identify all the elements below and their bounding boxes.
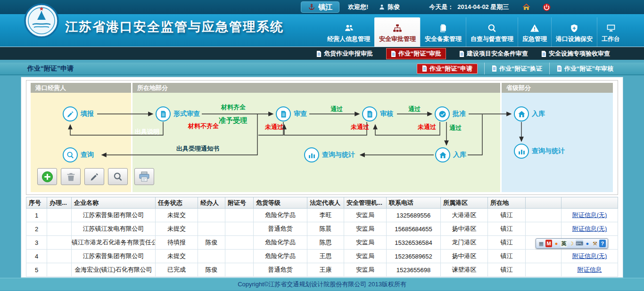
nav-tab-operator-info[interactable]: 经营人信息管理 xyxy=(323,17,374,47)
column-header: 任务状态 xyxy=(156,197,198,209)
city-label: 镇江 xyxy=(318,3,332,12)
table-cell: 4 xyxy=(26,250,47,263)
nav-tab-facility-security[interactable]: 港口设施保安 xyxy=(551,17,597,47)
mode-dot-icon[interactable]: ● xyxy=(553,240,560,247)
lang-english-icon[interactable]: 英 xyxy=(561,240,567,247)
ime-logo-icon[interactable]: M xyxy=(545,240,552,247)
table-cell: 镇江 xyxy=(488,236,526,250)
flow-node-approve: 批准 xyxy=(435,106,466,121)
table-cell: 大港港区 xyxy=(441,209,488,222)
table-cell: 附证信息(无) xyxy=(561,209,618,222)
subnav-item-facility-acceptance[interactable]: 安全设施专项验收审查 xyxy=(541,49,610,58)
table-row[interactable]: 4江苏索普集团有限公司未提交危险化学品王思安监局15236589652扬中港区镇… xyxy=(26,250,618,263)
table-cell: 王康 xyxy=(307,263,344,277)
nav-tab-workbench[interactable]: 工作台 xyxy=(597,17,624,47)
column-header: 法定代表人 xyxy=(307,197,344,209)
fuzheng-info-link[interactable]: 附证信息(无) xyxy=(572,252,607,259)
table-row[interactable]: 5金海宏业(镇江)石化有限公司已完成陈俊普通危货王康安监局1523655698谏… xyxy=(26,263,618,277)
header: 江苏省港口安全监管与应急管理系统 经营人信息管理 安全审批管理 安全备案管理 自… xyxy=(0,14,644,47)
page-tab-fuzheng-apply[interactable]: 作业“附证”申请 xyxy=(417,64,478,74)
flow-label-fail-3: 未通过 xyxy=(418,123,436,131)
home-button[interactable] xyxy=(522,3,531,11)
column-header: 危货等级 xyxy=(254,197,307,209)
nav-tab-safety-approval[interactable]: 安全审批管理 xyxy=(374,17,420,47)
column-header: 企业名称 xyxy=(72,197,156,209)
sitemap-icon xyxy=(393,24,402,33)
app-logo xyxy=(24,3,59,39)
search-button[interactable] xyxy=(108,168,128,185)
table-cell: 15326536584 xyxy=(387,236,441,250)
half-moon-icon[interactable]: ☽ xyxy=(568,240,575,247)
flow-label-materials-complete: 材料齐全 xyxy=(221,103,246,112)
nav-tab-safety-filing[interactable]: 安全备案管理 xyxy=(420,17,466,47)
document-icon xyxy=(362,106,377,121)
table-cell: 已完成 xyxy=(156,263,198,277)
wrench-icon[interactable]: ⚒ xyxy=(592,240,598,247)
date-value: 2014-04-02 星期三 xyxy=(457,3,509,11)
table-cell: 1325689556 xyxy=(387,209,441,222)
page-tab-label: 作业“附证”申请 xyxy=(429,65,472,73)
column-header: 经办人 xyxy=(198,197,225,209)
table-row[interactable]: 3镇江市港龙石化港务有限责任公待填报陈俊危险化学品陈思安监局1532653658… xyxy=(26,236,618,250)
subnav-item-dangerous-goods-approval[interactable]: 危货作业申报审批 xyxy=(316,49,373,58)
subnav: 危货作业申报审批 作业“附证”审批 建设项目安全条件审查 安全设施专项验收审查 xyxy=(0,47,644,60)
print-button[interactable] xyxy=(134,168,154,185)
subnav-label: 建设项目安全条件审查 xyxy=(467,49,528,58)
flow-label-materials-incomplete: 材料不齐全 xyxy=(188,122,219,130)
table-cell: 5 xyxy=(26,263,47,277)
flow-node-label: 查询 xyxy=(81,151,94,159)
table-row[interactable]: 1江苏索普集团有限公司未提交危险化学品李旺安监局1325689556大港港区镇江… xyxy=(26,209,618,222)
page-tabs: 作业“附证”申请 作业“附证”换证 作业“附证”年审核 xyxy=(417,63,620,74)
house-icon xyxy=(514,106,529,121)
nav-tab-label: 港口设施保安 xyxy=(556,35,593,43)
port-logo-icon xyxy=(24,3,59,39)
page-tab-fuzheng-annual[interactable]: 作业“附证”年审核 xyxy=(549,63,620,74)
nav-tab-label: 自查与督查管理 xyxy=(471,35,513,43)
page-icon xyxy=(316,51,322,57)
welcome-text: 欢迎您! xyxy=(348,3,368,11)
add-button[interactable] xyxy=(37,168,57,185)
logout-button[interactable] xyxy=(542,3,551,12)
table-cell xyxy=(47,263,72,277)
table-cell xyxy=(225,250,254,263)
main-nav: 经营人信息管理 安全审批管理 安全备案管理 自查与督查管理 应急管理 港口设施保… xyxy=(323,14,624,47)
flow-node-label: 形式审查 xyxy=(173,110,200,118)
globe-dot-icon[interactable]: ● xyxy=(584,240,591,247)
column-header: 联系电话 xyxy=(387,197,441,209)
nav-tab-emergency[interactable]: 应急管理 xyxy=(518,17,551,47)
column-header: 安全管理机... xyxy=(344,197,387,209)
subnav-item-fuzheng-approval[interactable]: 作业“附证”审批 xyxy=(386,48,446,59)
pagebar: 作业“附证”申请 作业“附证”申请 作业“附证”换证 作业“附证”年审核 xyxy=(0,63,644,75)
flow-node-query-stats-provincial: 查询与统计 xyxy=(514,144,565,159)
table-cell xyxy=(47,250,72,263)
help-icon[interactable]: ? xyxy=(599,240,606,247)
table-cell xyxy=(526,222,561,236)
table-cell xyxy=(47,222,72,236)
nav-tab-self-inspection[interactable]: 自查与督查管理 xyxy=(466,17,518,47)
fuzheng-info-link[interactable]: 附证信息(无) xyxy=(572,225,607,232)
table-cell xyxy=(198,209,225,222)
ime-toolbar[interactable]: ▦M●英☽⌨●⚒? xyxy=(536,238,608,249)
subnav-item-construction-review[interactable]: 建设项目安全条件审查 xyxy=(459,49,528,58)
section-header: 省级部分 xyxy=(502,83,613,93)
keyboard-icon[interactable]: ⌨ xyxy=(576,240,583,247)
page-icon xyxy=(492,65,497,72)
edit-button[interactable] xyxy=(84,168,104,185)
table-cell: 陈俊 xyxy=(198,236,225,250)
footer: Copyright©江苏省交通规划设计院股份有限公司 2013版权所有 xyxy=(0,278,644,290)
table-cell: 附证信息(无) xyxy=(561,250,618,263)
drag-handle-icon[interactable]: ▦ xyxy=(538,240,545,247)
warning-icon xyxy=(530,24,539,33)
shield-icon xyxy=(570,24,579,33)
fuzheng-info-link[interactable]: 附证信息(无) xyxy=(572,211,607,218)
app-title: 江苏省港口安全监管与应急管理系统 xyxy=(65,18,284,35)
fuzheng-info-link[interactable]: 附证信息 xyxy=(578,266,602,273)
table-row[interactable]: 2江苏镇江发电有限公司未提交普通危货陈晨安监局15685684655扬中港区镇江… xyxy=(26,222,618,236)
chart-icon xyxy=(514,144,529,159)
table-cell: 安监局 xyxy=(344,263,387,277)
page-tab-fuzheng-renew[interactable]: 作业“附证”换证 xyxy=(484,63,549,74)
table-cell: 未提交 xyxy=(156,250,198,263)
table-cell xyxy=(526,209,561,222)
delete-button[interactable] xyxy=(61,168,81,185)
flow-label-fail-1: 未通过 xyxy=(265,123,283,131)
